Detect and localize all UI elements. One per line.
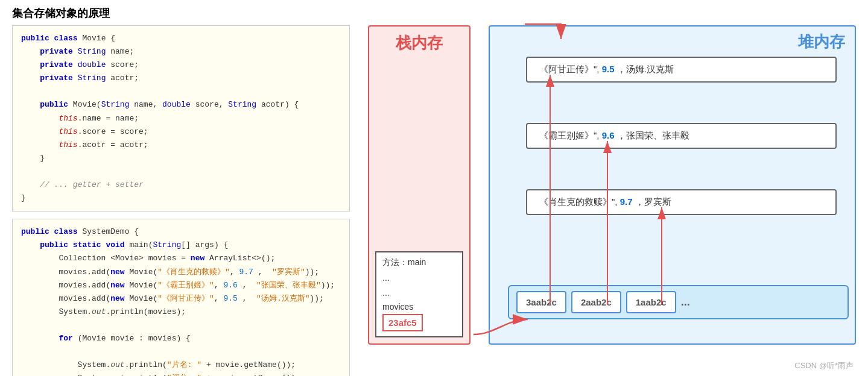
stack-memory-box: 栈内存 方法：main ... ... movices 23afc5 <box>368 25 470 345</box>
page-title: 集合存储对象的原理 <box>0 0 868 25</box>
watermark: CSDN @听*雨声 <box>794 360 854 371</box>
array-cell-0: 3aab2c <box>516 291 566 313</box>
stack-memory-section: 栈内存 方法：main ... ... movices 23afc5 <box>362 25 477 375</box>
array-cell-1: 2aab2c <box>571 291 621 313</box>
heap-obj-aganzhuanchuan: 《阿甘正传》", 9.5 ，汤姆.汉克斯 <box>526 57 837 83</box>
stack-frame-dots2: ... <box>382 286 456 301</box>
array-cell-2: 1aab2c <box>626 291 676 313</box>
code-panel-systemdemo: public class SystemDemo { public static … <box>12 219 350 376</box>
stack-address: 23afc5 <box>382 314 423 331</box>
stack-frame-dots1: ... <box>382 271 456 286</box>
heap-label: 堆内存 <box>798 31 845 52</box>
code-section: public class Movie { private String name… <box>12 25 350 375</box>
heap-obj-bawangbiehui: 《霸王别姬》", 9.6 ，张国荣、张丰毅 <box>526 123 837 149</box>
stack-label: 栈内存 <box>396 33 443 54</box>
heap-memory-box: 堆内存 《阿甘正传》", 9.5 ，汤姆.汉克斯 《霸王别姬》", 9.6 ，张… <box>489 25 856 345</box>
code-panel-movie: public class Movie { private String name… <box>12 25 350 212</box>
stack-frame-var: movices <box>382 302 456 312</box>
heap-memory-section: 堆内存 《阿甘正传》", 9.5 ，汤姆.汉克斯 《霸王别姬》", 9.6 ，张… <box>489 25 856 375</box>
stack-frame-title: 方法：main <box>382 257 456 268</box>
array-dots: ... <box>681 296 690 309</box>
array-box: 3aab2c 2aab2c 1aab2c ... <box>508 285 849 319</box>
heap-obj-xiaoshengke: 《肖生克的救赎》", 9.7 ，罗宾斯 <box>526 189 837 215</box>
stack-frame: 方法：main ... ... movices 23afc5 <box>375 251 463 337</box>
